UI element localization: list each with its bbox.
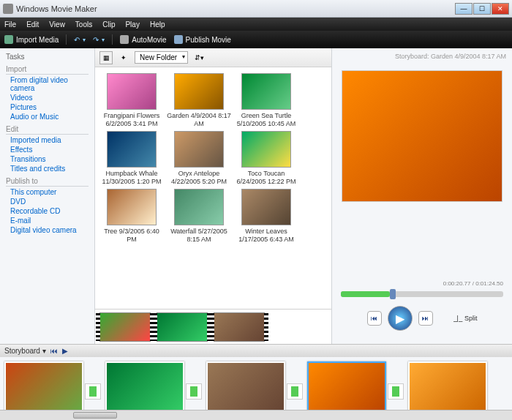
titlebar: Windows Movie Maker — ☐ ✕ (0, 0, 512, 18)
transition-icon (392, 386, 399, 397)
clip-image (307, 361, 386, 413)
view-details-button[interactable]: ✦ (117, 51, 130, 64)
automovie-button[interactable]: AutoMovie (120, 35, 166, 44)
filmstrip-clip[interactable] (214, 312, 265, 342)
seek-knob[interactable] (390, 289, 396, 299)
collection-item[interactable]: Garden 4/9/2004 8:17 AM (167, 73, 231, 128)
thumbnail-caption: Frangipani Flowers 6/2/2005 3:41 PM (99, 112, 164, 128)
transition-slot[interactable] (85, 383, 101, 400)
clip-image (4, 361, 83, 413)
preview-image (342, 70, 502, 202)
menu-edit[interactable]: Edit (26, 20, 39, 29)
filmstrip-clip[interactable] (157, 312, 208, 342)
collection-item[interactable]: Oryx Antelope 4/22/2005 5:20 PM (167, 131, 231, 186)
sb-rewind-button[interactable]: ⏮ (50, 347, 58, 355)
preview-timecode: 0:00:20.77 / 0:01:24.50 (332, 279, 512, 288)
task-link[interactable]: This computer (10, 188, 89, 196)
thumbnail-image (107, 73, 157, 110)
transition-slot[interactable] (388, 383, 404, 400)
preview-header: Storyboard: Garden 4/9/2004 8:17 AM (332, 48, 512, 67)
task-link[interactable]: Digital video camera (10, 226, 89, 234)
play-button[interactable]: ▶ (388, 306, 413, 331)
thumbnail-caption: Humpback Whale 11/30/2005 1:20 PM (99, 170, 164, 186)
maximize-button[interactable]: ☐ (473, 3, 491, 15)
task-link[interactable]: Pictures (10, 103, 89, 111)
preview-pane: Storyboard: Garden 4/9/2004 8:17 AM 0:00… (332, 48, 512, 344)
collection-item[interactable]: Humpback Whale 11/30/2005 1:20 PM (99, 131, 164, 186)
menu-file[interactable]: File (4, 20, 16, 29)
collection-item[interactable]: Toco Toucan 6/24/2005 12:22 PM (234, 131, 298, 186)
publish-icon (174, 35, 183, 44)
thumbnail-caption: Toco Toucan 6/24/2005 12:22 PM (234, 170, 298, 186)
next-frame-button[interactable]: ⏭ (418, 311, 433, 326)
filmstrip-clip[interactable] (99, 312, 151, 342)
tasks-group: Edit (6, 125, 89, 135)
automovie-icon (120, 35, 129, 44)
collection-pane: ▦ ✦ New Folder ⇵▾ Frangipani Flowers 6/2… (95, 48, 332, 344)
task-link[interactable]: Imported media (10, 136, 89, 144)
import-icon (4, 35, 13, 44)
scrollbar-thumb[interactable] (73, 412, 117, 419)
sb-play-button[interactable]: ▶ (62, 347, 68, 355)
menubar: File Edit View Tools Clip Play Help (0, 18, 512, 31)
thumbnail-caption: Winter Leaves 1/17/2005 6:43 AM (234, 228, 298, 244)
app-icon (3, 4, 13, 14)
tasks-header: Tasks (6, 53, 89, 61)
task-link[interactable]: Effects (10, 146, 89, 154)
tasks-pane: Tasks ImportFrom digital video cameraVid… (0, 48, 95, 344)
task-link[interactable]: Videos (10, 94, 89, 102)
preview-seek-slider[interactable] (341, 291, 503, 297)
sort-button[interactable]: ⇵▾ (192, 51, 206, 64)
thumbnail-image (174, 131, 224, 168)
collection-item[interactable]: Green Sea Turtle 5/10/2005 10:45 AM (234, 73, 298, 128)
folder-dropdown[interactable]: New Folder (135, 51, 188, 64)
thumbnail-image (241, 189, 291, 225)
close-button[interactable]: ✕ (492, 3, 509, 15)
task-link[interactable]: E-mail (10, 217, 89, 225)
undo-button[interactable]: ↶▾ (74, 36, 86, 44)
collection-item[interactable]: Waterfall 5/27/2005 8:15 AM (167, 189, 231, 244)
task-link[interactable]: Audio or Music (10, 113, 89, 121)
toolbar: Import Media ↶▾ ↷▾ AutoMovie Publish Mov… (0, 31, 512, 48)
menu-clip[interactable]: Clip (102, 20, 115, 29)
thumbnail-image (174, 73, 224, 110)
tasks-group: Import (6, 65, 89, 75)
collection-item[interactable]: Winter Leaves 1/17/2005 6:43 AM (234, 189, 298, 244)
menu-view[interactable]: View (49, 20, 65, 29)
tasks-group: Publish to (6, 177, 89, 187)
redo-button[interactable]: ↷▾ (93, 36, 105, 44)
clip-image (408, 361, 487, 413)
publish-movie-button[interactable]: Publish Movie (174, 35, 231, 44)
menu-play[interactable]: Play (125, 20, 139, 29)
horizontal-scrollbar[interactable] (0, 410, 512, 420)
collection-item[interactable]: Frangipani Flowers 6/2/2005 3:41 PM (99, 73, 164, 128)
seek-progress (341, 291, 390, 297)
task-link[interactable]: DVD (10, 198, 89, 206)
task-link[interactable]: From digital video camera (10, 76, 89, 92)
minimize-button[interactable]: — (455, 3, 473, 15)
thumbnail-image (241, 73, 291, 110)
separator (66, 34, 67, 45)
thumbnail-caption: Waterfall 5/27/2005 8:15 AM (167, 228, 231, 244)
split-button[interactable]: ⎯|⎯Split (453, 315, 478, 322)
thumbnail-caption: Garden 4/9/2004 8:17 AM (167, 112, 231, 128)
menu-tools[interactable]: Tools (75, 20, 92, 29)
thumbnail-grid: Frangipani Flowers 6/2/2005 3:41 PMGarde… (95, 67, 331, 309)
task-link[interactable]: Titles and credits (10, 165, 89, 173)
thumbnail-caption: Tree 9/3/2005 6:40 PM (99, 228, 164, 244)
thumbnail-caption: Green Sea Turtle 5/10/2005 10:45 AM (234, 112, 298, 128)
collection-toolbar: ▦ ✦ New Folder ⇵▾ (95, 48, 331, 67)
window-title: Windows Movie Maker (16, 4, 455, 13)
thumbnail-image (174, 189, 224, 225)
prev-frame-button[interactable]: ⏮ (367, 311, 382, 326)
menu-help[interactable]: Help (150, 20, 165, 29)
storyboard-dropdown[interactable]: Storyboard ▾ (4, 347, 46, 355)
collection-item[interactable]: Tree 9/3/2005 6:40 PM (99, 189, 164, 244)
import-media-button[interactable]: Import Media (4, 35, 59, 44)
transition-slot[interactable] (287, 383, 303, 400)
task-link[interactable]: Recordable CD (10, 207, 89, 215)
transition-slot[interactable] (186, 383, 202, 400)
clip-image (206, 361, 285, 413)
view-thumbnails-button[interactable]: ▦ (99, 51, 113, 64)
task-link[interactable]: Transitions (10, 155, 89, 163)
